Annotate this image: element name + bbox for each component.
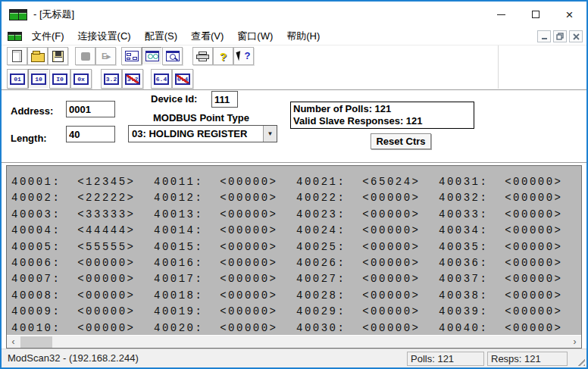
address-label: Address: [11,105,53,117]
open-file-button[interactable] [27,47,48,65]
mdi-client-area: 40001: <12345>40002: <22222>40003: <3333… [2,164,586,349]
resize-grip[interactable] [575,356,585,366]
register-entry: 40003: <33333> [11,207,154,223]
double64-format-icon: 6.4 [154,73,169,85]
print-button[interactable] [192,47,213,65]
format-double64-button[interactable]: 6.4 [151,69,172,89]
printer-icon [196,52,209,61]
menu-setup[interactable]: 配置(S) [138,27,184,45]
float32-format-icon: 3.2 [104,73,119,85]
menu-help[interactable]: 帮助(H) [280,27,327,45]
disconnect-button[interactable]: E▸ [95,47,116,65]
maximize-button[interactable] [518,2,552,27]
format-integer-button[interactable]: I0 [49,69,70,89]
address-input[interactable] [66,101,115,117]
length-label: Length: [11,133,47,144]
main-toolbar: E▸ ? ? [2,45,586,68]
context-help-button[interactable]: ? [233,47,254,65]
mdi-close-icon [573,33,580,40]
register-entry: 40006: <00000> [11,255,154,271]
register-entry: 40040: <00000> [439,321,581,335]
minimize-icon [497,14,505,15]
close-button[interactable]: × [552,2,586,27]
register-data-window: 40001: <12345>40002: <22222>40003: <3333… [6,165,582,349]
format-decimal-button[interactable]: 10 [28,69,49,89]
format-hex-button[interactable]: 0x [70,69,92,89]
window-title: - [无标题] [33,8,74,21]
mdi-minimize-button[interactable] [537,30,551,42]
menu-view[interactable]: 查看(V) [184,27,230,45]
register-entry: 40020: <00000> [154,321,296,335]
menu-window[interactable]: 窗口(W) [230,27,280,45]
chevron-down-icon[interactable]: ▼ [263,126,277,142]
register-entry: 40038: <00000> [439,288,581,304]
register-column: 40011: <00000>40012: <00000>40013: <0000… [154,174,296,335]
device-id-label: Device Id: [151,93,197,105]
float32-swapped-format-icon: 3.2 [125,73,140,85]
number-of-polls: Number of Polls: 121 [293,103,471,115]
device-id-input[interactable] [211,91,238,108]
register-entry: 40010: <00000> [11,321,154,335]
save-file-button[interactable] [48,47,68,65]
binary-format-icon: 01 [10,73,25,85]
horizontal-scrollbar[interactable]: ‹ › [7,335,581,348]
format-float32-swapped-button[interactable]: 3.2 [122,69,143,89]
point-type-dropdown[interactable]: 03: HOLDING REGISTER ▼ [128,125,277,142]
format-double64-swapped-button[interactable]: 6.4 [172,69,193,89]
scroll-right-icon[interactable]: › [568,336,581,348]
register-entry: 40019: <00000> [154,304,296,320]
double64-swapped-format-icon: 6.4 [175,73,190,85]
register-entry: 40022: <00000> [296,190,439,206]
register-entry: 40034: <00000> [439,223,581,239]
register-entry: 40013: <00000> [154,207,296,223]
mdi-restore-icon [556,33,564,40]
format-float32-button[interactable]: 3.2 [101,69,122,89]
menu-bar: 文件(F) 连接设置(C) 配置(S) 查看(V) 窗口(W) 帮助(H) [2,27,586,45]
poll-counters-box: Number of Polls: 121 Valid Slave Respons… [290,102,474,129]
address-definition-view-button[interactable] [121,47,142,65]
length-input[interactable] [66,126,115,142]
question-mark-icon: ? [220,50,227,63]
modbus-point-type-label: MODBUS Point Type [153,112,249,124]
register-entry: 40016: <00000> [154,255,296,271]
status-bar: ModScan32 - (192.168.2.244) Polls: 121 R… [2,349,586,367]
status-connection-text: ModScan32 - (192.168.2.244) [8,352,139,364]
connect-button[interactable] [75,47,95,65]
scroll-left-icon[interactable]: ‹ [7,336,20,348]
menu-connection[interactable]: 连接设置(C) [71,27,138,45]
toolbar-separator [498,45,499,89]
register-entry: 40008: <00000> [11,288,154,304]
mdi-restore-button[interactable] [553,30,567,42]
new-file-button[interactable] [7,47,27,65]
register-entry: 40023: <00000> [296,207,439,223]
scrollbar-thumb[interactable] [20,336,52,348]
register-entry: 40036: <00000> [439,255,581,271]
register-entry: 40025: <00000> [296,239,439,255]
register-entry: 40024: <00000> [296,223,439,239]
format-binary-button[interactable]: 01 [7,69,28,89]
register-entry: 40015: <00000> [154,239,296,255]
register-entry: 40026: <00000> [296,255,439,271]
save-floppy-icon [52,51,64,62]
message-view-button[interactable] [162,47,183,65]
about-help-button[interactable]: ? [213,47,233,65]
register-column: 40001: <12345>40002: <22222>40003: <3333… [11,174,154,335]
mdi-close-button[interactable] [569,30,583,42]
register-entry: 40002: <22222> [11,190,154,206]
new-document-icon [12,50,22,62]
register-column: 40031: <00000>40032: <00000>40033: <0000… [439,174,581,335]
minimize-button[interactable] [484,2,518,27]
menu-file[interactable]: 文件(F) [25,27,71,45]
hex-format-icon: 0x [74,73,89,85]
close-icon: × [566,8,574,21]
register-column: 40021: <65024>40022: <00000>40023: <0000… [296,174,439,335]
app-icon [9,9,27,20]
status-polls-panel: Polls: 121 [407,352,484,366]
reset-ctrs-button[interactable]: Reset Ctrs [371,133,431,149]
register-entry: 40037: <00000> [439,271,581,287]
gray-exit-icon: E▸ [102,52,110,61]
data-view-button[interactable] [142,47,162,65]
register-entry: 40005: <55555> [11,239,154,255]
open-folder-icon [31,53,45,62]
maximize-icon [532,11,540,18]
